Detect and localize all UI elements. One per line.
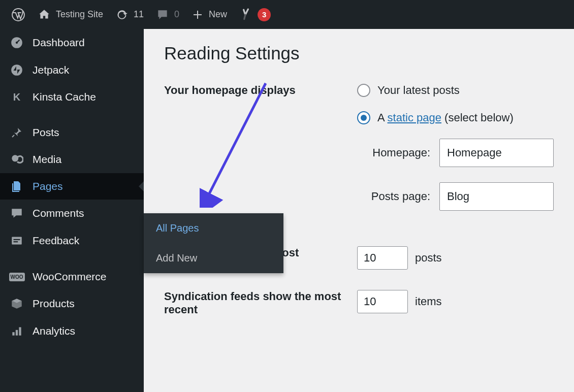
- admin-toolbar: Testing Site 11 0 New 3: [0, 0, 574, 29]
- sidebar-item-pages[interactable]: Pages: [0, 173, 144, 200]
- sidebar-label: Jetpack: [33, 64, 69, 76]
- radio-static-label: A static page (select below): [377, 111, 514, 124]
- home-icon: [38, 8, 51, 21]
- feeds-label: Syndication feeds show the most recent: [164, 290, 357, 316]
- sidebar-item-jetpack[interactable]: Jetpack: [0, 56, 144, 84]
- jetpack-icon: [9, 63, 24, 77]
- svg-rect-10: [19, 327, 21, 335]
- svg-point-2: [16, 42, 18, 44]
- page-title: Reading Settings: [164, 43, 554, 63]
- sidebar-item-kinsta[interactable]: K Kinsta Cache: [0, 84, 144, 110]
- plus-icon: [192, 9, 204, 21]
- sidebar-label: Media: [33, 153, 61, 166]
- radio-icon: [357, 111, 370, 124]
- comment-icon: [156, 8, 169, 21]
- woo-icon: WOO: [9, 273, 24, 281]
- radio-icon: [357, 84, 370, 97]
- updates-menu[interactable]: 11: [109, 0, 150, 29]
- sidebar-item-posts[interactable]: Posts: [0, 119, 144, 146]
- radio-latest-posts[interactable]: Your latest posts: [357, 84, 554, 97]
- products-icon: [9, 297, 24, 310]
- sidebar-label: Products: [33, 298, 75, 310]
- posts-page-select[interactable]: Blog: [439, 182, 554, 211]
- sidebar-label: Comments: [33, 207, 84, 219]
- new-label: New: [209, 9, 227, 20]
- yoast-badge: 3: [258, 8, 271, 21]
- wordpress-menu[interactable]: [5, 0, 31, 29]
- svg-rect-9: [16, 330, 18, 336]
- svg-rect-8: [12, 332, 14, 336]
- sidebar-item-media[interactable]: Media: [0, 146, 144, 173]
- submenu-add-new[interactable]: Add New: [144, 243, 283, 273]
- wordpress-icon: [11, 8, 25, 22]
- homepage-select[interactable]: Homepage: [439, 139, 554, 167]
- svg-point-4: [12, 155, 18, 161]
- sidebar-label: Posts: [33, 126, 59, 139]
- sidebar-label: Pages: [33, 180, 63, 192]
- feeds-unit: items: [415, 295, 442, 308]
- pages-icon: [9, 180, 24, 192]
- sidebar-item-comments[interactable]: Comments: [0, 200, 144, 227]
- updates-count: 11: [134, 9, 144, 20]
- svg-rect-7: [14, 241, 18, 242]
- feedback-icon: [9, 234, 24, 247]
- yoast-icon: [239, 8, 252, 21]
- site-name-label: Testing Site: [56, 9, 103, 20]
- sidebar-item-feedback[interactable]: Feedback: [0, 227, 144, 254]
- kinsta-icon: K: [9, 91, 24, 103]
- posts-page-select-label: Posts page:: [369, 190, 430, 203]
- svg-point-3: [11, 64, 22, 76]
- pages-submenu: All Pages Add New: [144, 213, 283, 273]
- sidebar-label: WooCommerce: [33, 271, 106, 283]
- homepage-displays-label: Your homepage displays: [164, 84, 357, 226]
- admin-sidebar: Dashboard Jetpack K Kinsta Cache Posts M…: [0, 29, 144, 392]
- new-content-menu[interactable]: New: [185, 0, 233, 29]
- feeds-input[interactable]: 10: [357, 290, 408, 313]
- comments-icon: [9, 207, 24, 220]
- refresh-icon: [115, 8, 129, 21]
- dashboard-icon: [9, 36, 24, 49]
- submenu-all-pages[interactable]: All Pages: [144, 213, 283, 243]
- blog-show-unit: posts: [415, 251, 442, 265]
- static-page-link[interactable]: static page: [388, 111, 441, 124]
- sidebar-label: Kinsta Cache: [33, 91, 96, 103]
- sidebar-item-dashboard[interactable]: Dashboard: [0, 29, 144, 56]
- blog-show-input[interactable]: 10: [357, 246, 408, 270]
- sidebar-label: Dashboard: [33, 37, 85, 49]
- radio-latest-label: Your latest posts: [377, 84, 460, 97]
- radio-static-page[interactable]: A static page (select below): [357, 111, 554, 124]
- content-area: Reading Settings Your homepage displays …: [144, 29, 574, 392]
- yoast-menu[interactable]: 3: [233, 0, 277, 29]
- svg-rect-6: [14, 239, 20, 240]
- site-home[interactable]: Testing Site: [31, 0, 109, 29]
- sidebar-item-woocommerce[interactable]: WOO WooCommerce: [0, 264, 144, 290]
- svg-rect-5: [12, 237, 22, 244]
- sidebar-item-analytics[interactable]: Analytics: [0, 317, 144, 345]
- comments-menu[interactable]: 0: [150, 0, 185, 29]
- analytics-icon: [9, 324, 24, 338]
- homepage-select-label: Homepage:: [369, 146, 430, 159]
- media-icon: [9, 153, 24, 166]
- pin-icon: [9, 126, 24, 139]
- sidebar-label: Feedback: [33, 235, 79, 247]
- comments-count: 0: [174, 9, 179, 20]
- sidebar-label: Analytics: [33, 325, 75, 337]
- sidebar-item-products[interactable]: Products: [0, 290, 144, 317]
